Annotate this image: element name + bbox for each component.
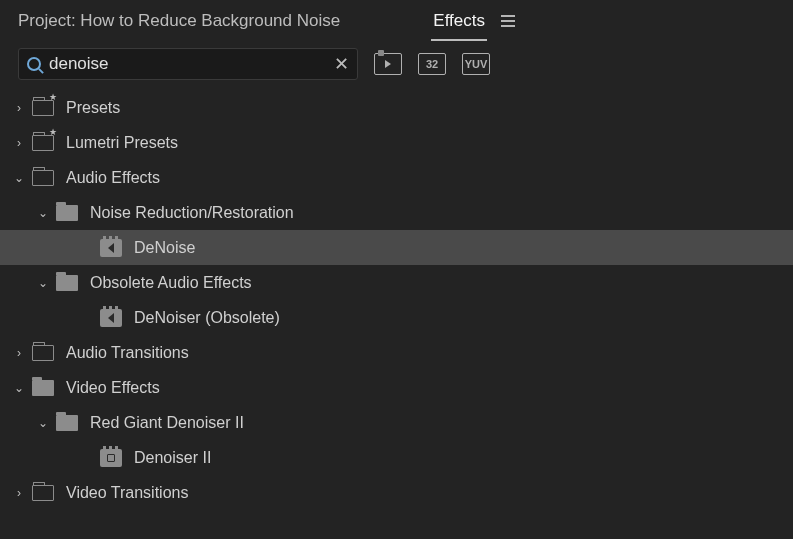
effects-tab[interactable]: Effects bbox=[431, 1, 487, 41]
audio-effect-icon bbox=[100, 239, 122, 257]
panel-header: Project: How to Reduce Background Noise … bbox=[0, 0, 793, 42]
preset-bin-icon bbox=[32, 135, 54, 151]
tree-label: Red Giant Denoiser II bbox=[90, 414, 244, 432]
tree-row-video-trans[interactable]: ›Video Transitions bbox=[0, 475, 793, 510]
tree-label: DeNoiser (Obsolete) bbox=[134, 309, 280, 327]
bin-icon bbox=[32, 170, 54, 186]
tree-row-obsolete[interactable]: ⌄Obsolete Audio Effects bbox=[0, 265, 793, 300]
tree-row-audio-trans[interactable]: ›Audio Transitions bbox=[0, 335, 793, 370]
bin-icon bbox=[32, 485, 54, 501]
tree-label: DeNoise bbox=[134, 239, 195, 257]
effects-tree: ›Presets›Lumetri Presets⌄Audio Effects⌄N… bbox=[0, 86, 793, 514]
tree-label: Video Effects bbox=[66, 379, 160, 397]
chevron-down-icon[interactable]: ⌄ bbox=[36, 206, 50, 220]
clear-search-icon[interactable]: ✕ bbox=[334, 53, 349, 75]
tree-row-audio-fx[interactable]: ⌄Audio Effects bbox=[0, 160, 793, 195]
chevron-right-icon[interactable]: › bbox=[12, 136, 26, 150]
tree-label: Noise Reduction/Restoration bbox=[90, 204, 294, 222]
tree-row-video-fx[interactable]: ⌄Video Effects bbox=[0, 370, 793, 405]
tree-row-lumetri[interactable]: ›Lumetri Presets bbox=[0, 125, 793, 160]
tree-row-redgiant[interactable]: ⌄Red Giant Denoiser II bbox=[0, 405, 793, 440]
tree-row-presets[interactable]: ›Presets bbox=[0, 90, 793, 125]
tree-label: Presets bbox=[66, 99, 120, 117]
project-tab[interactable]: Project: How to Reduce Background Noise bbox=[18, 11, 340, 31]
new-bin-icon[interactable] bbox=[374, 53, 402, 75]
audio-effect-icon bbox=[100, 309, 122, 327]
chevron-down-icon[interactable]: ⌄ bbox=[12, 171, 26, 185]
tree-label: Audio Transitions bbox=[66, 344, 189, 362]
folder-icon bbox=[56, 275, 78, 291]
chevron-right-icon[interactable]: › bbox=[12, 346, 26, 360]
chevron-down-icon[interactable]: ⌄ bbox=[36, 416, 50, 430]
preset-bin-icon bbox=[32, 100, 54, 116]
chevron-down-icon[interactable]: ⌄ bbox=[36, 276, 50, 290]
filter-yuv-icon[interactable]: YUV bbox=[462, 53, 490, 75]
search-field[interactable]: ✕ bbox=[18, 48, 358, 80]
filter-32-icon[interactable]: 32 bbox=[418, 53, 446, 75]
video-effect-icon bbox=[100, 449, 122, 467]
tree-row-denoiser2[interactable]: ›Denoiser II bbox=[0, 440, 793, 475]
bin-icon bbox=[32, 345, 54, 361]
folder-icon bbox=[56, 205, 78, 221]
tab-row: Effects bbox=[431, 1, 515, 41]
tree-label: Denoiser II bbox=[134, 449, 211, 467]
tree-label: Video Transitions bbox=[66, 484, 188, 502]
search-row: ✕ 32 YUV bbox=[0, 42, 793, 86]
chevron-right-icon[interactable]: › bbox=[12, 486, 26, 500]
tree-row-denoise[interactable]: ›DeNoise bbox=[0, 230, 793, 265]
chevron-right-icon[interactable]: › bbox=[12, 101, 26, 115]
tree-label: Lumetri Presets bbox=[66, 134, 178, 152]
tree-row-denoiser-obs[interactable]: ›DeNoiser (Obsolete) bbox=[0, 300, 793, 335]
search-icon bbox=[27, 57, 41, 71]
panel-menu-icon[interactable] bbox=[501, 15, 515, 27]
tree-row-noise-red[interactable]: ⌄Noise Reduction/Restoration bbox=[0, 195, 793, 230]
tree-label: Audio Effects bbox=[66, 169, 160, 187]
search-input[interactable] bbox=[49, 54, 334, 74]
chevron-down-icon[interactable]: ⌄ bbox=[12, 381, 26, 395]
tree-label: Obsolete Audio Effects bbox=[90, 274, 252, 292]
folder-icon bbox=[56, 415, 78, 431]
folder-icon bbox=[32, 380, 54, 396]
